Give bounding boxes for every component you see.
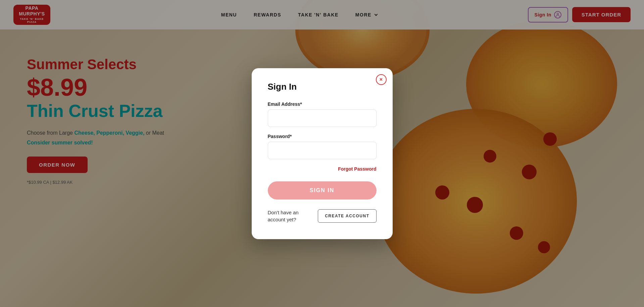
no-account-text: Don't have an account yet? — [268, 209, 313, 223]
create-account-button[interactable]: CREATE ACCOUNT — [318, 209, 376, 223]
password-input[interactable] — [268, 142, 377, 159]
email-label: Email Address* — [268, 101, 377, 107]
email-input[interactable] — [268, 109, 377, 127]
modal-overlay[interactable]: × Sign In Email Address* Password* Forgo… — [0, 0, 644, 307]
forgot-password-container: Forgot Password — [268, 166, 377, 172]
forgot-password-link[interactable]: Forgot Password — [338, 166, 376, 172]
modal-title: Sign In — [268, 82, 377, 92]
password-form-group: Password* — [268, 134, 377, 159]
sign-in-submit-button[interactable]: SIGN IN — [268, 181, 377, 200]
modal-close-button[interactable]: × — [376, 74, 387, 85]
email-form-group: Email Address* — [268, 101, 377, 127]
create-account-row: Don't have an account yet? CREATE ACCOUN… — [268, 209, 377, 223]
sign-in-modal: × Sign In Email Address* Password* Forgo… — [252, 68, 393, 239]
password-label: Password* — [268, 134, 377, 139]
